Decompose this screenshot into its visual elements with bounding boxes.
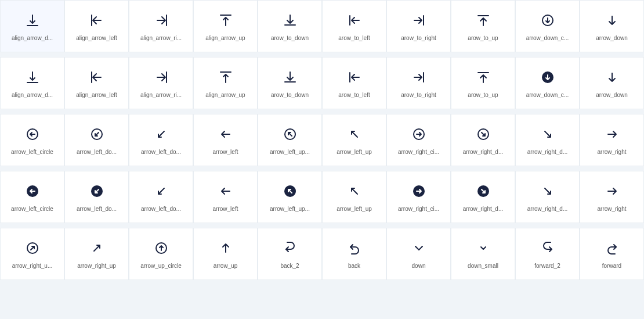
icon-cell-arrow_right_ci[interactable]: arrow_right_ci... (386, 114, 451, 166)
icon-cell-arrow_left_dow2[interactable]: arrow_left_do... (129, 114, 193, 166)
icon-label-arrow_left: arrow_left (213, 148, 238, 156)
icon-label-arow_to_left: arow_to_left (338, 34, 370, 42)
icon-cell-align_arrow_d2[interactable]: align_arrow_d... (0, 57, 64, 109)
icon-label-arrow_right_ci: arrow_right_ci... (398, 148, 439, 156)
icon-cell-arow_to_right2[interactable]: arow_to_right (386, 57, 451, 109)
icon-cell-arrow_left[interactable]: arrow_left (193, 114, 258, 166)
icon-cell-forward_2[interactable]: forward_2 (515, 228, 580, 280)
icon-label-arrow_up: arrow_up (214, 262, 238, 270)
icon-cell-arow_to_up2[interactable]: arow_to_up (451, 57, 515, 109)
icon-cell-arow_to_right[interactable]: arow_to_right (386, 0, 451, 52)
icon-cell-align_arrow_up[interactable]: align_arrow_up (193, 0, 258, 52)
icon-label-arow_to_down2: arow_to_down (271, 91, 309, 99)
icon-label-arrow_right_d4: arrow_right_d... (527, 205, 567, 213)
icon-cell-arrow_down_c2[interactable]: arrow_down_c... (515, 57, 580, 109)
icon-cell-arrow_right_d4[interactable]: arrow_right_d... (515, 171, 580, 223)
icon-cell-arow_to_left[interactable]: arow_to_left (322, 0, 386, 52)
icon-symbol-arrow_right (605, 125, 619, 144)
icon-label-arrow_left_dow2: arrow_left_do... (141, 148, 181, 156)
icon-cell-back[interactable]: back (322, 228, 386, 280)
icon-cell-arrow_left_dow4[interactable]: arrow_left_do... (129, 171, 193, 223)
icon-label-arow_to_down: arow_to_down (271, 34, 309, 42)
icon-cell-arrow_down2[interactable]: arrow_down (580, 57, 644, 109)
icon-label-align_arrow_d: align_arrow_d... (12, 34, 53, 42)
icon-label-arrow_right_up: arrow_right_up (77, 262, 116, 270)
icon-label-arrow_right_ci2: arrow_right_ci... (398, 205, 439, 213)
icon-cell-down[interactable]: down (386, 228, 451, 280)
icon-label-arow_to_up2: arow_to_up (468, 91, 498, 99)
icon-cell-arow_to_left2[interactable]: arow_to_left (322, 57, 386, 109)
icon-cell-arrow_left2[interactable]: arrow_left (193, 171, 258, 223)
icon-label-arrow_right2: arrow_right (597, 205, 626, 213)
icon-symbol-align_arrow_up2 (219, 68, 233, 87)
icon-symbol-arrow_up_circle (154, 239, 168, 257)
icon-label-arow_to_up: arow_to_up (468, 34, 498, 42)
icon-cell-align_arrow_ri[interactable]: align_arrow_ri... (129, 0, 193, 52)
icon-cell-align_arrow_d[interactable]: align_arrow_d... (0, 0, 64, 52)
icon-label-arrow_left_up3: arrow_left_up... (270, 205, 310, 213)
icon-label-align_arrow_left2: align_arrow_left (76, 91, 117, 99)
icon-label-arrow_down_c: arrow_down_c... (526, 34, 569, 42)
icon-cell-back_2[interactable]: back_2 (258, 228, 322, 280)
icon-grid: align_arrow_d...align_arrow_leftalign_ar… (0, 0, 644, 280)
icon-label-down: down (412, 262, 426, 270)
icon-label-arrow_left_dow4: arrow_left_do... (141, 205, 181, 213)
icon-cell-arrow_right2[interactable]: arrow_right (580, 171, 644, 223)
icon-cell-arrow_right_d2[interactable]: arrow_right_d... (515, 114, 580, 166)
icon-cell-arrow_right[interactable]: arrow_right (580, 114, 644, 166)
icon-label-align_arrow_left: align_arrow_left (76, 34, 117, 42)
icon-cell-arrow_right_d[interactable]: arrow_right_d... (451, 114, 515, 166)
icon-symbol-arrow_right_d (476, 125, 490, 144)
icon-cell-arrow_left_dow[interactable]: arrow_left_do... (64, 114, 129, 166)
icon-symbol-back_2 (283, 239, 297, 257)
icon-cell-align_arrow_left2[interactable]: align_arrow_left (64, 57, 129, 109)
icon-symbol-align_arrow_ri (154, 11, 168, 30)
icon-label-arrow_down2: arrow_down (596, 91, 627, 99)
icon-symbol-align_arrow_d2 (26, 68, 39, 87)
icon-cell-arrow_left_up3[interactable]: arrow_left_up... (258, 171, 322, 223)
row-divider-2 (0, 109, 644, 114)
icon-symbol-arow_to_left2 (348, 68, 361, 87)
icon-symbol-arrow_right_ci (412, 125, 426, 144)
icon-cell-arrow_up_circle[interactable]: arrow_up_circle (129, 228, 193, 280)
icon-label-arrow_right_d: arrow_right_d... (463, 148, 503, 156)
icon-symbol-arrow_left_dow4 (154, 182, 168, 200)
icon-symbol-arrow_left (219, 125, 233, 144)
icon-symbol-arow_to_left (348, 11, 361, 30)
icon-symbol-arrow_right_ci2 (412, 182, 426, 200)
icon-cell-arrow_left_up2[interactable]: arrow_left_up (322, 114, 386, 166)
icon-symbol-arow_to_right2 (412, 68, 426, 87)
icon-cell-arrow_down_c[interactable]: arrow_down_c... (515, 0, 580, 52)
icon-cell-align_arrow_up2[interactable]: align_arrow_up (193, 57, 258, 109)
icon-cell-arow_to_up[interactable]: arow_to_up (451, 0, 515, 52)
icon-symbol-arrow_left2 (219, 182, 233, 200)
row-divider-4 (0, 223, 644, 228)
icon-label-arow_to_right2: arow_to_right (401, 91, 436, 99)
icon-cell-arrow_left_circle[interactable]: arrow_left_circle (0, 114, 64, 166)
icon-cell-arrow_left_up4[interactable]: arrow_left_up (322, 171, 386, 223)
icon-cell-align_arrow_left[interactable]: align_arrow_left (64, 0, 129, 52)
icon-cell-arrow_up[interactable]: arrow_up (193, 228, 258, 280)
row-divider-3 (0, 166, 644, 171)
icon-cell-arrow_right_u[interactable]: arrow_right_u... (0, 228, 64, 280)
icon-cell-arrow_right_up[interactable]: arrow_right_up (64, 228, 129, 280)
icon-cell-forward[interactable]: forward (580, 228, 644, 280)
icon-label-arrow_left_dow3: arrow_left_do... (77, 205, 117, 213)
icon-cell-arow_to_down2[interactable]: arow_to_down (258, 57, 322, 109)
icon-cell-arrow_right_d3[interactable]: arrow_right_d... (451, 171, 515, 223)
icon-label-align_arrow_ri: align_arrow_ri... (140, 34, 182, 42)
icon-cell-align_arrow_ri2[interactable]: align_arrow_ri... (129, 57, 193, 109)
icon-cell-arrow_down[interactable]: arrow_down (580, 0, 644, 52)
icon-cell-arrow_left_up[interactable]: arrow_left_up... (258, 114, 322, 166)
icon-cell-down_small[interactable]: down_small (451, 228, 515, 280)
icon-label-arrow_left_up2: arrow_left_up (337, 148, 372, 156)
icon-symbol-align_arrow_d (26, 11, 39, 30)
icon-symbol-align_arrow_ri2 (154, 68, 168, 87)
icon-cell-arrow_right_ci2[interactable]: arrow_right_ci... (386, 171, 451, 223)
icon-label-arrow_left_up4: arrow_left_up (337, 205, 372, 213)
icon-cell-arrow_left_circle2[interactable]: arrow_left_circle (0, 171, 64, 223)
icon-cell-arow_to_down[interactable]: arow_to_down (258, 0, 322, 52)
icon-cell-arrow_left_dow3[interactable]: arrow_left_do... (64, 171, 129, 223)
icon-label-back_2: back_2 (280, 262, 299, 270)
icon-symbol-arrow_right2 (605, 182, 619, 200)
